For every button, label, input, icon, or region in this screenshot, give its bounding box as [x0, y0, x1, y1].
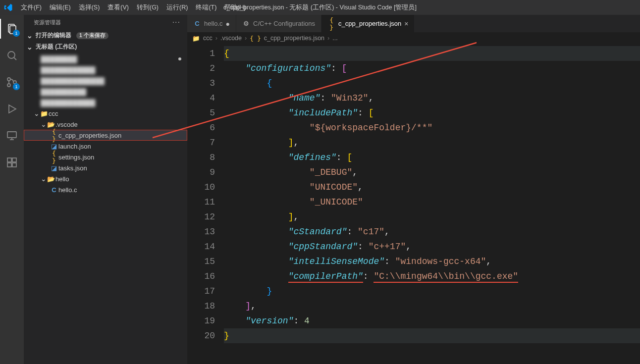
- activity-scm[interactable]: 1: [0, 72, 24, 92]
- folder-icon: 📂: [47, 175, 55, 183]
- sidebar-more-icon[interactable]: ···: [172, 18, 180, 27]
- menu-select[interactable]: 选择(S): [75, 0, 104, 15]
- svg-point-5: [7, 84, 10, 87]
- folder-icon: 📂: [47, 121, 55, 128]
- tab-cpp-config[interactable]: ⚙ C/C++ Configurations: [236, 15, 321, 32]
- tree-file-settings[interactable]: { } settings.json: [24, 152, 187, 162]
- tree-folder-hello[interactable]: ⌄ 📂 hello: [24, 173, 187, 184]
- menu-goto[interactable]: 转到(G): [133, 0, 162, 15]
- tree-file-cpp-properties[interactable]: { } c_cpp_properties.json: [24, 130, 187, 141]
- tree-folder-ccc[interactable]: ⌄ 📁 ccc: [24, 108, 187, 119]
- chevron-down-icon: ⌄: [41, 175, 47, 183]
- unsaved-badge: 1 个未保存: [76, 32, 108, 39]
- tab-cpp-properties[interactable]: { } c_cpp_properties.json ×: [321, 15, 415, 32]
- editor-body[interactable]: 1234567891011121314151617181920 { "confi…: [187, 44, 640, 364]
- gear-icon: ⚙: [242, 20, 250, 27]
- svg-marker-7: [9, 105, 16, 113]
- tree-folder-vscode[interactable]: ⌄ 📂 .vscode: [24, 119, 187, 130]
- tab-hello-c[interactable]: C hello.c ●: [187, 15, 236, 32]
- svg-point-4: [7, 78, 10, 81]
- chevron-down-icon: ⌄: [41, 120, 47, 128]
- sidebar-title: 资源管理器: [34, 19, 61, 26]
- tab-bar: C hello.c ● ⚙ C/C++ Configurations { } c…: [187, 15, 640, 32]
- svg-rect-11: [7, 158, 11, 162]
- file-tree: ████████ ████████████ ██████████████ ███…: [24, 52, 187, 195]
- menu-edit[interactable]: 编辑(E): [46, 0, 75, 15]
- svg-point-2: [8, 52, 15, 58]
- close-icon[interactable]: ×: [404, 20, 408, 28]
- menu-view[interactable]: 查看(V): [104, 0, 133, 15]
- tree-file-launch[interactable]: ◪ launch.json: [24, 141, 187, 152]
- svg-rect-8: [7, 132, 16, 138]
- menu-terminal[interactable]: 终端(T): [192, 0, 220, 15]
- badge-scm: 1: [13, 83, 20, 90]
- json-icon: { }: [327, 16, 335, 31]
- sidebar: 资源管理器 ··· 打开的编辑器 1 个未保存 无标题 (工作区) ██████…: [24, 15, 187, 364]
- svg-rect-13: [12, 163, 16, 167]
- chevron-down-icon: ⌄: [34, 109, 40, 117]
- sidebar-header: 资源管理器 ···: [24, 15, 187, 30]
- svg-rect-14: [12, 158, 16, 162]
- tree-row[interactable]: ████████: [24, 53, 187, 64]
- menubar: 文件(F) 编辑(E) 选择(S) 查看(V) 转到(G) 运行(R) 终端(T…: [0, 0, 640, 15]
- menu-file[interactable]: 文件(F): [17, 0, 46, 15]
- circle-icon[interactable]: ●: [226, 20, 230, 28]
- svg-line-3: [14, 57, 16, 60]
- badge-explorer: 1: [13, 30, 20, 37]
- c-file-icon: C: [50, 186, 58, 194]
- tree-row[interactable]: ██████████: [24, 86, 187, 97]
- svg-rect-12: [7, 163, 11, 167]
- section-open-editors[interactable]: 打开的编辑器 1 个未保存: [24, 30, 187, 41]
- activity-bar: 1 1: [0, 15, 24, 364]
- open-editors-label: 打开的编辑器: [36, 31, 71, 40]
- activity-debug[interactable]: [0, 99, 24, 119]
- activity-explorer[interactable]: 1: [0, 19, 24, 39]
- vscode-icon: ◪: [50, 143, 58, 150]
- editor-group: C hello.c ● ⚙ C/C++ Configurations { } c…: [187, 15, 640, 364]
- window-title: c_cpp_properties.json - 无标题 (工作区) - Visu…: [223, 3, 417, 12]
- vscode-icon: ◪: [50, 164, 58, 172]
- tree-file-hello-c[interactable]: C hello.c: [24, 184, 187, 195]
- activity-extensions[interactable]: [0, 153, 24, 172]
- folder-icon: 📁: [192, 35, 200, 42]
- tree-row[interactable]: ████████████: [24, 97, 187, 108]
- breadcrumb[interactable]: 📁 ccc› .vscode› { } c_cpp_properties.jso…: [187, 32, 640, 44]
- tree-file-tasks[interactable]: ◪ tasks.json: [24, 162, 187, 173]
- activity-remote[interactable]: [0, 126, 24, 146]
- activity-search[interactable]: [0, 46, 24, 65]
- folder-icon: 📁: [40, 110, 49, 117]
- section-workspace[interactable]: 无标题 (工作区): [24, 41, 187, 52]
- tree-row[interactable]: ████████████: [24, 64, 187, 75]
- code-area[interactable]: { "configurations": [ { "name": "Win32",…: [224, 44, 640, 364]
- vscode-logo-icon: [4, 3, 13, 12]
- workspace-label: 无标题 (工作区): [36, 43, 77, 51]
- line-numbers: 1234567891011121314151617181920: [187, 44, 224, 364]
- modified-dot-icon: [178, 57, 181, 60]
- c-file-icon: C: [193, 20, 201, 27]
- menu-run[interactable]: 运行(R): [162, 0, 192, 15]
- tree-row[interactable]: ██████████████: [24, 75, 187, 86]
- json-icon: { }: [250, 35, 261, 42]
